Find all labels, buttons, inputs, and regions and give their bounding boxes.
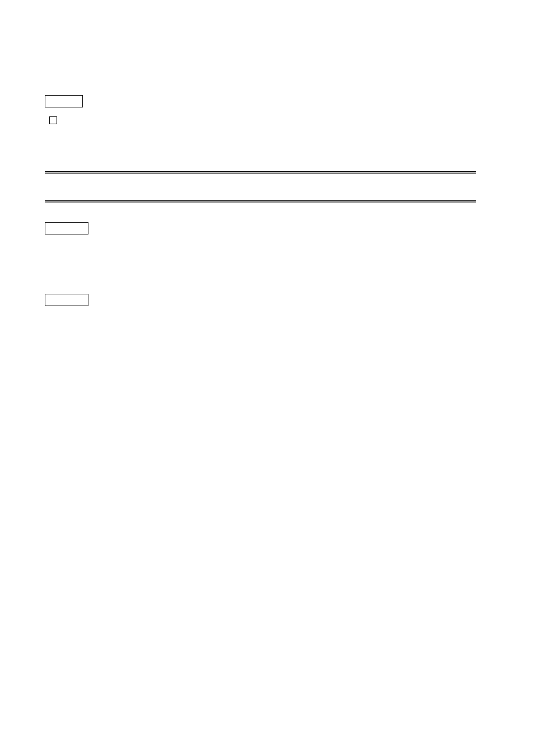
input-box-3[interactable]	[45, 294, 88, 306]
horizontal-rule-lower	[45, 200, 476, 201]
input-box-2[interactable]	[45, 222, 88, 234]
checkbox-1[interactable]	[49, 116, 57, 124]
input-box-1[interactable]	[45, 95, 83, 107]
horizontal-rule-upper	[45, 171, 476, 172]
document-page	[0, 0, 534, 95]
